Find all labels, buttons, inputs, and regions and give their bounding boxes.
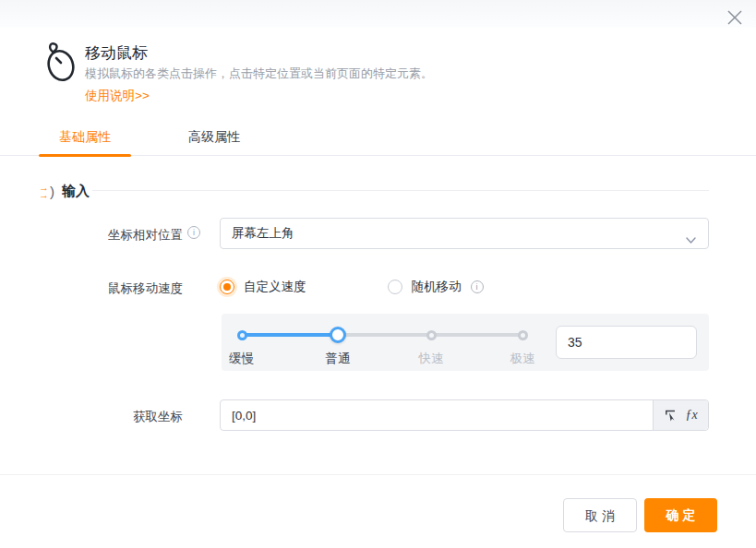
- slider-label-normal[interactable]: 普通: [326, 351, 351, 367]
- slider-label-fast[interactable]: 快速: [419, 351, 444, 367]
- fx-icon[interactable]: ƒx: [685, 408, 697, 423]
- input-paren-glyph: ): [50, 184, 54, 199]
- position-label: 坐标相对位置: [55, 227, 183, 244]
- speed-value-input[interactable]: [556, 326, 697, 359]
- radio-custom-speed[interactable]: [220, 280, 234, 294]
- coords-input[interactable]: [221, 400, 653, 430]
- tab-bar: 基础属性 高级属性: [0, 121, 756, 156]
- chevron-down-icon: [685, 228, 697, 257]
- tab-advanced-properties[interactable]: 高级属性: [168, 121, 260, 156]
- help-link[interactable]: 使用说明>>: [85, 88, 150, 104]
- slider-stop-slow[interactable]: [237, 330, 247, 340]
- dialog-title: 移动鼠标: [85, 42, 148, 64]
- slider-label-slow[interactable]: 缓慢: [229, 351, 254, 367]
- slider-track[interactable]: [242, 333, 522, 337]
- cancel-button[interactable]: 取 消: [563, 498, 637, 532]
- position-select-value: 屏幕左上角: [232, 226, 294, 240]
- dialog-subtitle: 模拟鼠标的各类点击操作，点击特定位置或当前页面的特定元素。: [85, 66, 433, 82]
- input-section-title: 输入: [62, 183, 90, 200]
- slider-stop-fast[interactable]: [426, 330, 437, 340]
- close-icon[interactable]: [726, 9, 743, 26]
- input-arrows-icon: → →: [39, 184, 49, 198]
- slider-label-fastest[interactable]: 极速: [510, 351, 535, 367]
- pick-coordinate-icon[interactable]: [664, 409, 678, 423]
- radio-random-move[interactable]: [388, 280, 402, 294]
- radio-random-move-label[interactable]: 随机移动: [412, 279, 462, 295]
- position-select[interactable]: 屏幕左上角: [220, 218, 709, 249]
- move-mouse-dialog: 移动鼠标 模拟鼠标的各类点击操作，点击特定位置或当前页面的特定元素。 使用说明>…: [0, 0, 756, 548]
- footer-divider: [0, 474, 756, 475]
- radio-dot: [223, 283, 231, 291]
- slider-handle[interactable]: [330, 327, 346, 343]
- mouse-icon: [39, 39, 81, 85]
- slider-stop-fastest[interactable]: [518, 330, 528, 340]
- coords-label: 获取坐标: [55, 409, 183, 425]
- slider-track-fill: [242, 333, 338, 337]
- confirm-button[interactable]: 确 定: [644, 498, 717, 532]
- speed-radio-group: 自定义速度 随机移动 i: [220, 277, 484, 297]
- speed-label: 鼠标移动速度: [55, 280, 183, 297]
- coords-append: ƒx: [653, 400, 708, 430]
- speed-slider-panel: 缓慢 普通 快速 极速: [222, 314, 709, 371]
- section-divider: [92, 190, 709, 191]
- position-info-icon[interactable]: i: [187, 226, 200, 239]
- coords-input-group: ƒx: [220, 399, 709, 431]
- tab-basic-properties[interactable]: 基础属性: [39, 121, 131, 156]
- dialog-top-strip: [0, 0, 756, 28]
- radio-custom-speed-label[interactable]: 自定义速度: [244, 279, 306, 295]
- random-move-info-icon[interactable]: i: [471, 280, 484, 293]
- input-section-header: → → ) 输入: [39, 181, 90, 201]
